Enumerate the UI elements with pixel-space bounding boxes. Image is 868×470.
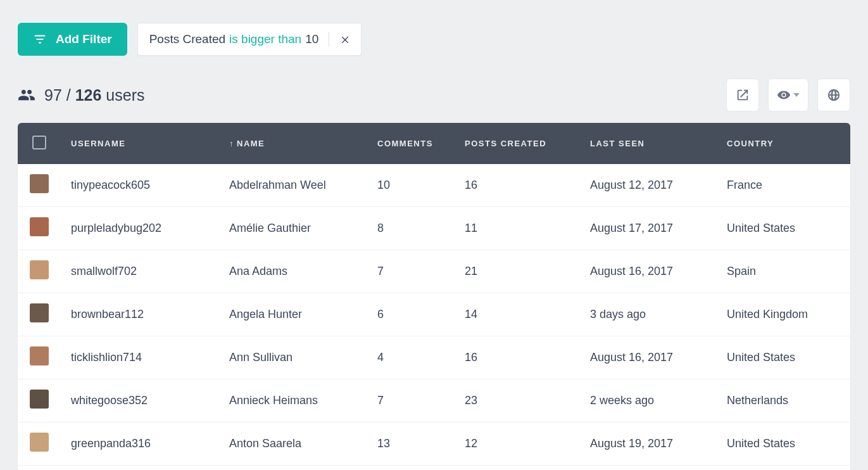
- cell-username: whitegoose352: [61, 379, 219, 422]
- filter-chip-remove-button[interactable]: [338, 32, 352, 46]
- add-filter-button[interactable]: Add Filter: [18, 23, 127, 56]
- cell-comments: 10: [367, 164, 455, 207]
- sort-ascending-icon: ↑: [229, 139, 234, 148]
- cell-name: Abdelrahman Weel: [219, 164, 367, 207]
- column-header-comments[interactable]: COMMENTS: [367, 123, 455, 164]
- table-row[interactable]: brownbear112Angela Hunter6143 days agoUn…: [18, 293, 850, 336]
- cell-country: France: [717, 164, 850, 207]
- cell-last-seen: August 19, 2017: [580, 422, 717, 466]
- cell-comments: 7: [367, 250, 455, 293]
- globe-icon: [827, 88, 841, 102]
- cell-country: United States: [717, 336, 850, 379]
- select-all-checkbox[interactable]: [32, 136, 46, 149]
- open-external-button[interactable]: [726, 79, 759, 111]
- cell-comments: 6: [367, 293, 455, 336]
- cell-comments: 9: [367, 466, 455, 471]
- cell-country: United Kingdom: [717, 293, 850, 336]
- count-total: 126: [75, 86, 102, 104]
- filter-icon: [33, 32, 47, 46]
- cell-username: greenpanda316: [61, 422, 219, 466]
- summary-row: 97 / 126 users: [18, 79, 850, 111]
- column-header-last-seen[interactable]: LAST SEEN: [580, 123, 717, 164]
- eye-icon: [777, 88, 791, 102]
- cell-posts: 16: [455, 164, 580, 207]
- cell-posts: 14: [455, 293, 580, 336]
- add-filter-label: Add Filter: [56, 32, 112, 46]
- column-header-username[interactable]: USERNAME: [61, 123, 219, 164]
- cell-posts: 23: [455, 379, 580, 422]
- visibility-dropdown-button[interactable]: [768, 79, 808, 111]
- public-button[interactable]: [817, 79, 850, 111]
- cell-country: Netherlands: [717, 379, 850, 422]
- cell-name: Ana Adams: [219, 250, 367, 293]
- cell-last-seen: August 17, 2017: [580, 207, 717, 250]
- cell-last-seen: 3 days ago: [580, 293, 717, 336]
- cell-last-seen: 2 weeks ago: [580, 379, 717, 422]
- cell-last-seen: August 12, 2017: [580, 164, 717, 207]
- cell-posts: 11: [455, 466, 580, 471]
- cell-name: Angela Hunter: [219, 293, 367, 336]
- avatar: [30, 303, 49, 322]
- chevron-down-icon: [793, 93, 800, 97]
- open-external-icon: [736, 88, 750, 102]
- cell-last-seen: August 16, 2017: [580, 336, 717, 379]
- cell-last-seen: August 16, 2017: [580, 250, 717, 293]
- table-row[interactable]: ticklishlion714Ann Sullivan416August 16,…: [18, 336, 850, 379]
- close-icon: [340, 34, 350, 44]
- cell-username: brownbear112: [61, 293, 219, 336]
- avatar: [30, 260, 49, 279]
- cell-username: ticklishlion714: [61, 336, 219, 379]
- cell-name: Ann Sullivan: [219, 336, 367, 379]
- cell-posts: 11: [455, 207, 580, 250]
- table-row[interactable]: greenpanda316Anton Saarela1312August 19,…: [18, 422, 850, 466]
- count-filtered: 97: [44, 86, 62, 104]
- filter-toolbar: Add Filter Posts Created is bigger than …: [18, 23, 850, 56]
- cell-posts: 12: [455, 422, 580, 466]
- count-unit: users: [106, 86, 144, 104]
- cell-username: purpleladybug202: [61, 207, 219, 250]
- cell-comments: 4: [367, 336, 455, 379]
- cell-name: Anton Saarela: [219, 422, 367, 466]
- avatar: [30, 433, 49, 452]
- column-header-posts[interactable]: POSTS CREATED: [455, 123, 580, 164]
- users-table: USERNAME ↑NAME COMMENTS POSTS CREATED LA…: [18, 123, 850, 470]
- cell-name: Arianna Van hedel: [219, 466, 367, 471]
- cell-username: bigmeercat932: [61, 466, 219, 471]
- record-count: 97 / 126 users: [18, 86, 144, 105]
- filter-chip-operator: is bigger than: [229, 32, 301, 46]
- cell-last-seen: 4 weeks ago: [580, 466, 717, 471]
- filter-chip-field: Posts Created: [149, 32, 225, 46]
- people-icon: [18, 86, 35, 104]
- avatar: [30, 346, 49, 365]
- avatar: [30, 217, 49, 236]
- filter-chip-value: 10: [305, 32, 318, 46]
- column-header-country[interactable]: COUNTRY: [717, 123, 850, 164]
- cell-country: Spain: [717, 250, 850, 293]
- cell-posts: 16: [455, 336, 580, 379]
- column-header-name[interactable]: ↑NAME: [219, 123, 367, 164]
- filter-chip[interactable]: Posts Created is bigger than 10: [137, 23, 362, 56]
- cell-comments: 8: [367, 207, 455, 250]
- cell-comments: 7: [367, 379, 455, 422]
- cell-username: smallwolf702: [61, 250, 219, 293]
- cell-country: United States: [717, 207, 850, 250]
- cell-country: United States: [717, 422, 850, 466]
- cell-name: Annieck Heimans: [219, 379, 367, 422]
- cell-name: Amélie Gauthier: [219, 207, 367, 250]
- filter-chip-separator: [329, 32, 329, 46]
- table-row[interactable]: purpleladybug202Amélie Gauthier811August…: [18, 207, 850, 250]
- cell-comments: 13: [367, 422, 455, 466]
- table-actions: [726, 79, 850, 111]
- table-row[interactable]: smallwolf702Ana Adams721August 16, 2017S…: [18, 250, 850, 293]
- cell-username: tinypeacock605: [61, 164, 219, 207]
- table-row[interactable]: tinypeacock605Abdelrahman Weel1016August…: [18, 164, 850, 207]
- table-header: USERNAME ↑NAME COMMENTS POSTS CREATED LA…: [18, 123, 850, 164]
- cell-country: United States: [717, 466, 850, 471]
- cell-posts: 21: [455, 250, 580, 293]
- avatar: [30, 174, 49, 193]
- column-header-select[interactable]: [18, 123, 61, 164]
- count-separator: /: [66, 86, 71, 104]
- table-row[interactable]: whitegoose352Annieck Heimans7232 weeks a…: [18, 379, 850, 422]
- table-row[interactable]: bigmeercat932Arianna Van hedel9114 weeks…: [18, 466, 850, 471]
- avatar: [30, 390, 49, 409]
